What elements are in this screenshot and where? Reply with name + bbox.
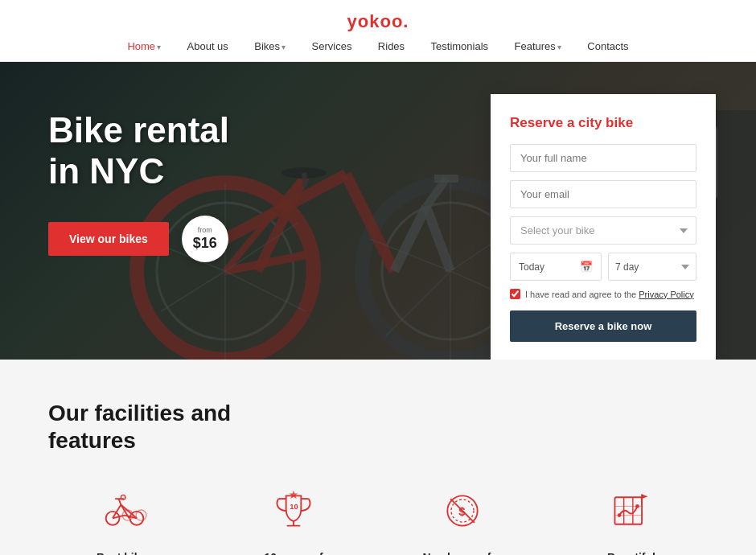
hero-text: Bike rental in NYC View our bikes from $… bbox=[48, 110, 229, 262]
facilities-title: Our facilities and features bbox=[48, 400, 708, 454]
no-damage-icon: $ bbox=[434, 483, 491, 539]
facilities-grid: Best bikes in your city 10 bbox=[48, 483, 708, 555]
nav-testimonials[interactable]: Testimonials bbox=[431, 40, 489, 52]
svg-marker-51 bbox=[289, 491, 298, 499]
facility-item-experience: 10 10 years of experience bbox=[217, 483, 370, 555]
date-duration-row: Today 📅 7 day bbox=[510, 253, 696, 281]
facility-label-bikes: Best bikes in your city bbox=[95, 550, 155, 555]
nav-contacts[interactable]: Contacts bbox=[587, 40, 628, 52]
facility-item-routes: Beautiful routes bbox=[555, 483, 708, 555]
logo-dot: . bbox=[403, 11, 409, 31]
facility-item-nodamage: $ No charges for damages bbox=[386, 483, 539, 555]
nav-bikes[interactable]: Bikes▾ bbox=[254, 40, 286, 52]
experience-icon: 10 bbox=[265, 483, 322, 539]
email-input[interactable] bbox=[510, 180, 696, 208]
reserve-now-button[interactable]: Reserve a bike now bbox=[510, 310, 696, 342]
facilities-section: Our facilities and features bbox=[0, 360, 756, 555]
main-nav: Home▾ About us Bikes▾ Services Rides Tes… bbox=[0, 39, 756, 53]
nav-features[interactable]: Features▾ bbox=[515, 40, 561, 52]
site-header: yokoo. Home▾ About us Bikes▾ Services Ri… bbox=[0, 0, 756, 62]
hero-cta-area: View our bikes from $16 bbox=[48, 216, 229, 262]
full-name-input[interactable] bbox=[510, 144, 696, 172]
svg-text:10: 10 bbox=[290, 503, 298, 511]
facility-label-routes: Beautiful routes bbox=[607, 550, 655, 555]
calendar-icon: 📅 bbox=[580, 261, 593, 273]
chevron-down-icon: ▾ bbox=[557, 43, 561, 51]
svg-line-41 bbox=[119, 499, 121, 504]
privacy-policy-link[interactable]: Privacy Policy bbox=[639, 290, 693, 299]
svg-point-44 bbox=[136, 510, 146, 520]
chevron-down-icon: ▾ bbox=[281, 43, 286, 51]
reserve-form-title: Reserve a city bike bbox=[510, 115, 696, 131]
nav-services[interactable]: Services bbox=[312, 40, 352, 52]
policy-text: I have read and agree to the Privacy Pol… bbox=[525, 290, 694, 299]
price-badge: from $16 bbox=[182, 216, 228, 262]
chevron-down-icon: ▾ bbox=[157, 43, 161, 51]
nav-about[interactable]: About us bbox=[187, 40, 228, 52]
reserve-form-card: Reserve a city bike Select your bike Tod… bbox=[491, 94, 716, 360]
date-picker[interactable]: Today 📅 bbox=[510, 253, 602, 281]
nav-home[interactable]: Home▾ bbox=[127, 40, 161, 52]
nav-rides[interactable]: Rides bbox=[378, 40, 405, 52]
hero-title: Bike rental in NYC bbox=[48, 110, 229, 191]
duration-select[interactable]: 7 day bbox=[608, 253, 696, 281]
policy-row: I have read and agree to the Privacy Pol… bbox=[510, 289, 696, 299]
routes-icon bbox=[603, 483, 659, 539]
bike-select[interactable]: Select your bike bbox=[510, 216, 696, 245]
svg-marker-62 bbox=[642, 495, 647, 500]
logo[interactable]: yokoo. bbox=[0, 11, 756, 32]
hero-section: Bike rental in NYC View our bikes from $… bbox=[0, 62, 756, 360]
facility-item-bikes: Best bikes in your city bbox=[48, 483, 201, 555]
view-bikes-button[interactable]: View our bikes bbox=[48, 222, 169, 256]
best-bikes-icon bbox=[97, 483, 153, 539]
svg-line-55 bbox=[450, 499, 475, 523]
svg-rect-56 bbox=[614, 497, 642, 524]
facility-label-experience: 10 years of experience bbox=[264, 550, 323, 555]
policy-checkbox[interactable] bbox=[510, 289, 520, 299]
facility-label-nodamage: No charges for damages bbox=[423, 550, 503, 555]
